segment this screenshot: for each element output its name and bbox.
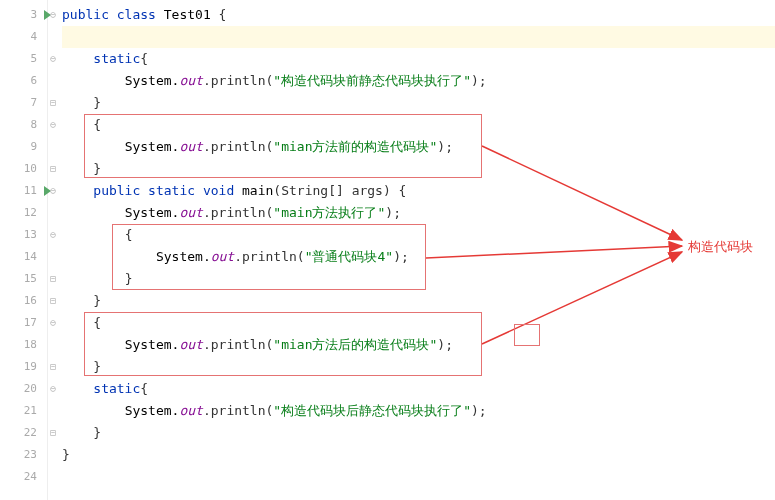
- code-line[interactable]: }: [62, 444, 775, 466]
- fold-icon[interactable]: ⊟: [50, 297, 58, 305]
- line-number: 16: [0, 290, 47, 312]
- code-line[interactable]: static{: [62, 378, 775, 400]
- line-number: 21: [0, 400, 47, 422]
- code-line[interactable]: }: [62, 290, 775, 312]
- code-line[interactable]: System.out.println("普通代码块4");: [62, 246, 775, 268]
- line-number: 17: [0, 312, 47, 334]
- code-line[interactable]: }: [62, 422, 775, 444]
- code-line[interactable]: [62, 466, 775, 488]
- code-line[interactable]: }: [62, 158, 775, 180]
- line-number: 3: [0, 4, 47, 26]
- fold-icon[interactable]: ⊖: [50, 231, 58, 239]
- line-number: 18: [0, 334, 47, 356]
- code-line[interactable]: }: [62, 92, 775, 114]
- line-number: 15: [0, 268, 47, 290]
- line-number: 24: [0, 466, 47, 488]
- line-number: 8: [0, 114, 47, 136]
- code-line[interactable]: System.out.println("main方法执行了");: [62, 202, 775, 224]
- fold-icon[interactable]: ⊟: [50, 275, 58, 283]
- line-number: 4: [0, 26, 47, 48]
- fold-icon[interactable]: ⊟: [50, 165, 58, 173]
- fold-icon[interactable]: ⊖: [50, 55, 58, 63]
- line-number: 5: [0, 48, 47, 70]
- code-line[interactable]: {: [62, 224, 775, 246]
- line-number: 22: [0, 422, 47, 444]
- fold-icon[interactable]: ⊖: [50, 187, 58, 195]
- code-line[interactable]: public class Test01 {: [62, 4, 775, 26]
- code-line[interactable]: System.out.println("构造代码块后静态代码块执行了");: [62, 400, 775, 422]
- fold-icon[interactable]: ⊟: [50, 363, 58, 371]
- code-line[interactable]: public static void main(String[] args) {: [62, 180, 775, 202]
- line-number: 13: [0, 224, 47, 246]
- line-number: 19: [0, 356, 47, 378]
- fold-icon[interactable]: ⊖: [50, 11, 58, 19]
- code-line[interactable]: {: [62, 114, 775, 136]
- line-number: 9: [0, 136, 47, 158]
- code-line[interactable]: System.out.println("构造代码块前静态代码块执行了");: [62, 70, 775, 92]
- code-line[interactable]: {: [62, 312, 775, 334]
- fold-icon[interactable]: ⊖: [50, 319, 58, 327]
- line-number: 6: [0, 70, 47, 92]
- line-number: 11: [0, 180, 47, 202]
- line-number: 20: [0, 378, 47, 400]
- code-line[interactable]: System.out.println("mian方法后的构造代码块");: [62, 334, 775, 356]
- code-editor[interactable]: 3456789101112131415161718192021222324 ⊖⊖…: [0, 0, 775, 500]
- line-number: 7: [0, 92, 47, 114]
- fold-icon[interactable]: ⊟: [50, 99, 58, 107]
- code-line[interactable]: }: [62, 268, 775, 290]
- fold-icon[interactable]: ⊖: [50, 385, 58, 393]
- code-line[interactable]: static{: [62, 48, 775, 70]
- line-number: 23: [0, 444, 47, 466]
- fold-icon[interactable]: ⊖: [50, 121, 58, 129]
- code-line[interactable]: [62, 26, 775, 48]
- fold-column: ⊖⊖⊟⊖⊟⊖⊖⊟⊟⊖⊟⊖⊟: [48, 0, 62, 500]
- line-number: 10: [0, 158, 47, 180]
- line-number: 14: [0, 246, 47, 268]
- fold-icon[interactable]: ⊟: [50, 429, 58, 437]
- code-line[interactable]: System.out.println("mian方法前的构造代码块");: [62, 136, 775, 158]
- gutter: 3456789101112131415161718192021222324: [0, 0, 48, 500]
- line-number: 12: [0, 202, 47, 224]
- code-area[interactable]: public class Test01 { static{ System.out…: [62, 0, 775, 500]
- code-line[interactable]: }: [62, 356, 775, 378]
